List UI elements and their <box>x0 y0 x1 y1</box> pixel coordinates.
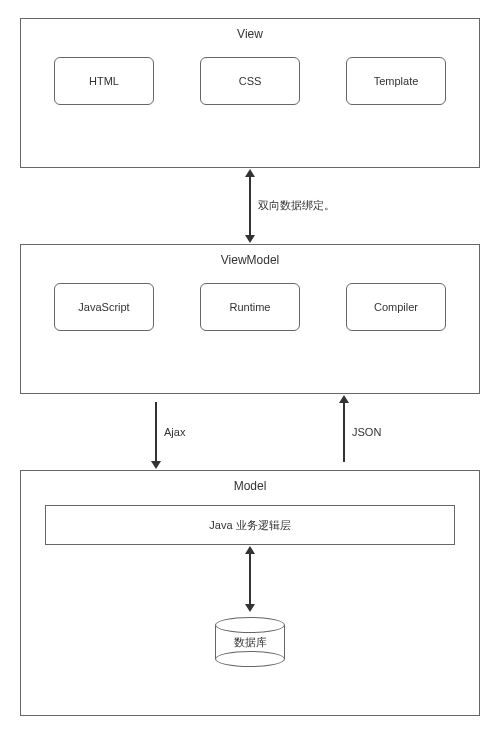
view-layer-title: View <box>21 19 479 45</box>
arrow-logic-db <box>249 553 251 605</box>
viewmodel-layer-title: ViewModel <box>21 245 479 271</box>
db-cylinder-top <box>215 617 285 633</box>
db-cylinder: 数据库 <box>215 617 285 667</box>
arrow-view-vm <box>249 176 251 236</box>
label-ajax: Ajax <box>164 426 185 438</box>
arrow-ajax <box>155 402 157 462</box>
viewmodel-row: JavaScript Runtime Compiler <box>21 271 479 351</box>
label-json: JSON <box>352 426 381 438</box>
db-label: 数据库 <box>234 635 267 650</box>
view-row: HTML CSS Template <box>21 45 479 125</box>
arrow-json <box>343 402 345 462</box>
box-compiler: Compiler <box>346 283 446 331</box>
box-html: HTML <box>54 57 154 105</box>
box-javascript: JavaScript <box>54 283 154 331</box>
box-css: CSS <box>200 57 300 105</box>
box-java-logic: Java 业务逻辑层 <box>45 505 455 545</box>
model-layer: Model Java 业务逻辑层 数据库 <box>20 470 480 716</box>
label-binding: 双向数据绑定。 <box>258 198 335 213</box>
viewmodel-layer: ViewModel JavaScript Runtime Compiler <box>20 244 480 394</box>
view-layer: View HTML CSS Template <box>20 18 480 168</box>
box-template: Template <box>346 57 446 105</box>
model-layer-title: Model <box>21 471 479 497</box>
box-runtime: Runtime <box>200 283 300 331</box>
